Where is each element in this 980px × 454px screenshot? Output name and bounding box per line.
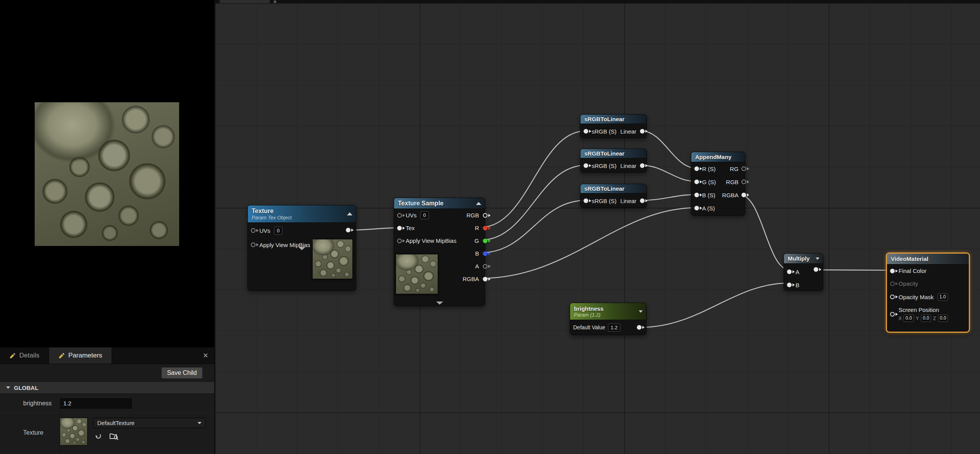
opacity-label: Opacity (899, 280, 918, 287)
brightness-input[interactable] (60, 398, 132, 408)
pin-opacity-mask-input[interactable] (890, 295, 895, 299)
tab-parameters-label: Parameters (68, 352, 102, 359)
opacity-mask-value-box[interactable]: 1.0 (938, 293, 948, 301)
node-header[interactable]: VideoMaterial (887, 254, 969, 264)
pin-b-output[interactable] (483, 251, 487, 256)
use-selected-asset-icon[interactable] (94, 432, 102, 440)
pin-rg-output[interactable] (741, 166, 746, 171)
node-texture-param[interactable]: Texture Param Tex Object UVs 0 Apply Vie… (247, 205, 356, 291)
y-label: Y (916, 316, 919, 321)
pin-mipbias-input[interactable] (251, 242, 256, 247)
default-value-box[interactable]: 1.2 (608, 324, 620, 332)
pin-rgb-output[interactable] (483, 213, 487, 218)
expand-chevron-icon[interactable] (394, 302, 485, 305)
z-value-box[interactable]: 0.0 (938, 315, 948, 322)
collapse-chevron-icon[interactable] (347, 212, 352, 215)
material-preview-viewport[interactable] (0, 0, 214, 347)
panel-tab-bar: Details Parameters × (0, 347, 214, 364)
node-texture-header[interactable]: Texture Param Tex Object (248, 205, 356, 223)
node-videomaterial-result[interactable]: VideoMaterial Final Color Opacity Opacit… (886, 252, 970, 333)
tab-parameters[interactable]: Parameters (49, 347, 112, 364)
pin-srgb-input[interactable] (584, 198, 588, 203)
pin-a-output[interactable] (483, 264, 487, 269)
column-splitter[interactable] (60, 394, 60, 454)
uvs-label: UVs (259, 227, 270, 234)
graph-tab-icon (274, 0, 276, 3)
pin-multiply-output[interactable] (814, 267, 818, 272)
r-label: R (475, 225, 479, 231)
pin-rgba-output[interactable] (741, 193, 746, 197)
texture-sample-thumbnail (396, 254, 438, 294)
pin-screen-position-input[interactable] (890, 312, 895, 317)
section-global-header[interactable]: GLOBAL (0, 381, 214, 394)
texture-param-thumbnail[interactable] (60, 418, 88, 446)
dropdown-chevron-icon[interactable] (816, 257, 819, 260)
uvs-value-box[interactable]: 0 (420, 211, 428, 219)
pin-mipbias-input[interactable] (397, 239, 402, 243)
pin-tex-input[interactable] (397, 226, 402, 230)
pin-linear-output[interactable] (640, 198, 645, 203)
pin-a-input[interactable] (787, 269, 792, 274)
node-srgbtolinear-3[interactable]: sRGBToLinear sRGB (S) Linear (580, 184, 647, 208)
pin-b-input[interactable] (787, 283, 792, 287)
pin-srgb-input[interactable] (584, 163, 588, 168)
close-icon[interactable]: × (197, 351, 214, 360)
node-header[interactable]: Multiply (784, 254, 823, 264)
tab-details[interactable]: Details (0, 347, 49, 364)
pin-srgb-input[interactable] (584, 129, 588, 134)
pin-linear-output[interactable] (640, 129, 645, 134)
node-title: Texture Sample (398, 200, 474, 207)
pin-brightness-output[interactable] (637, 325, 641, 330)
pin-g-input[interactable] (694, 180, 699, 184)
opacity-mask-label: Opacity Mask (899, 294, 934, 300)
node-appendmany[interactable]: AppendMany R (S) G (S) B (S) A (S) RG RG… (691, 152, 745, 216)
node-srgbtolinear-1[interactable]: sRGBToLinear sRGB (S) Linear (580, 114, 647, 138)
browse-to-asset-icon[interactable] (109, 432, 118, 440)
z-label: Z (933, 316, 936, 321)
rgba-label: RGBA (462, 276, 479, 282)
uvs-value-box[interactable]: 0 (274, 227, 282, 235)
pin-g-output[interactable] (483, 239, 487, 243)
pin-r-output[interactable] (483, 226, 487, 230)
node-multiply[interactable]: Multiply A B (784, 253, 823, 291)
rgba-label: RGBA (722, 192, 739, 198)
y-value-box[interactable]: 0.0 (921, 315, 931, 322)
node-brightness-param[interactable]: brightness Param (1.2) Default Value 1.2 (570, 303, 647, 335)
pin-opacity-input[interactable] (890, 281, 895, 286)
pin-texture-output[interactable] (346, 228, 350, 232)
pin-uvs-input[interactable] (251, 228, 256, 233)
node-srgbtolinear-2[interactable]: sRGBToLinear sRGB (S) Linear (580, 149, 647, 173)
param-row-texture: Texture DefaultTexture (0, 413, 214, 454)
pin-b-input[interactable] (694, 193, 699, 197)
node-header[interactable]: sRGBToLinear (581, 115, 647, 124)
parameters-panel: Save Child GLOBAL brightness Texture Def… (0, 364, 214, 454)
node-header[interactable]: sRGBToLinear (581, 149, 647, 158)
dropdown-chevron-icon[interactable] (639, 310, 643, 313)
param-row-brightness: brightness (0, 394, 214, 413)
srgb-in-label: sRGB (S) (592, 163, 616, 169)
pin-rgb-output[interactable] (741, 180, 746, 184)
srgb-in-label: sRGB (S) (592, 128, 616, 135)
node-header[interactable]: AppendMany (691, 152, 745, 162)
pin-uvs-input[interactable] (397, 213, 402, 218)
node-header[interactable]: sRGBToLinear (581, 184, 647, 193)
node-texture-sample[interactable]: Texture Sample UVs 0 Tex Apply View MipB… (394, 198, 485, 306)
pin-linear-output[interactable] (640, 163, 645, 168)
collapse-chevron-icon[interactable] (476, 202, 481, 205)
pin-r-input[interactable] (694, 166, 699, 171)
x-value-box[interactable]: 0.0 (904, 315, 914, 322)
pin-final-color-input[interactable] (890, 269, 895, 273)
screen-position-label: Screen Position (899, 307, 948, 313)
pin-a-input[interactable] (694, 206, 699, 210)
a-s-label: A (S) (702, 205, 715, 212)
pin-rgba-output[interactable] (483, 277, 487, 281)
texture-node-thumbnail (312, 239, 353, 279)
texture-asset-dropdown[interactable]: DefaultTexture (93, 418, 206, 428)
expand-chevron-icon[interactable] (248, 247, 356, 250)
collapse-triangle-icon (6, 386, 10, 389)
node-header[interactable]: brightness Param (1.2) (570, 303, 646, 320)
material-preview[interactable] (34, 102, 179, 246)
node-texture-sample-header[interactable]: Texture Sample (394, 198, 485, 209)
graph-tab[interactable] (220, 0, 270, 3)
save-child-button[interactable]: Save Child (161, 367, 203, 379)
